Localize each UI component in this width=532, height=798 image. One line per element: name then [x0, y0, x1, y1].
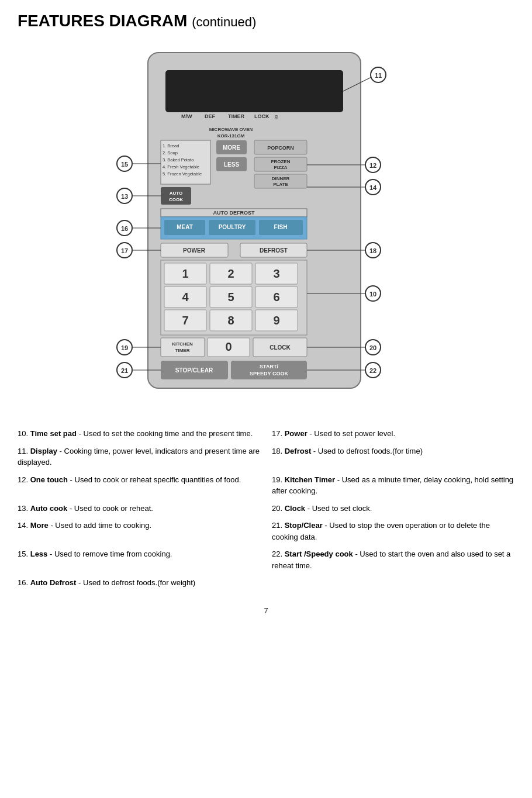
svg-rect-30 — [161, 209, 307, 217]
svg-point-90 — [117, 220, 132, 236]
svg-text:17: 17 — [121, 247, 128, 254]
desc-text-12: - Used to cook or reheat specific quanti… — [70, 475, 241, 484]
svg-rect-52 — [210, 286, 252, 308]
desc-num-19: 19. — [272, 475, 282, 484]
title-main: FEATURES DIAGRAM — [18, 12, 187, 30]
svg-rect-9 — [161, 140, 210, 184]
svg-text:AUTO DEFROST: AUTO DEFROST — [213, 210, 255, 216]
svg-rect-60 — [255, 310, 298, 331]
desc-row-10-17: 10. Time set pad - Used to set the cooki… — [18, 428, 514, 445]
svg-text:7: 7 — [182, 314, 188, 327]
microwave-container: M/W DEF TIMER LOCK g MICROWAVE OVEN KOR-… — [102, 42, 430, 405]
desc-text-18: - Used to defrost foods.(for time) — [313, 447, 423, 455]
svg-text:22: 22 — [369, 367, 376, 374]
svg-rect-15 — [216, 140, 247, 154]
descriptions-table: 10. Time set pad - Used to set the cooki… — [18, 428, 514, 595]
svg-rect-67 — [253, 338, 307, 357]
desc-num-17: 17. — [272, 429, 282, 438]
svg-text:POWER: POWER — [183, 247, 206, 254]
desc-col-right-empty — [266, 577, 514, 595]
svg-text:10: 10 — [369, 291, 376, 298]
desc-name-12: One touch — [30, 475, 68, 484]
desc-num-13: 13. — [18, 504, 28, 513]
desc-col-right-20: 20. Clock - Used to set clock. — [266, 503, 514, 520]
diagram-area: M/W DEF TIMER LOCK g MICROWAVE OVEN KOR-… — [18, 42, 514, 405]
desc-name-19: Kitchen Timer — [285, 475, 335, 484]
svg-text:14: 14 — [369, 184, 377, 191]
svg-rect-22 — [254, 140, 307, 154]
desc-text-17: - Used to set power level. — [309, 429, 395, 438]
svg-text:STOP/CLEAR: STOP/CLEAR — [175, 367, 213, 374]
svg-text:18: 18 — [369, 247, 376, 254]
desc-num-20: 20. — [272, 504, 282, 513]
desc-col-right-18: 18. Defrost - Used to defrost foods.(for… — [266, 445, 514, 474]
desc-num-18: 18. — [272, 447, 282, 455]
svg-rect-56 — [164, 310, 206, 331]
svg-rect-54 — [255, 286, 298, 308]
svg-text:PLATE: PLATE — [273, 182, 288, 187]
svg-text:1. Bread: 1. Bread — [163, 143, 179, 148]
svg-text:4: 4 — [182, 291, 189, 303]
svg-text:3: 3 — [273, 267, 279, 280]
svg-text:0: 0 — [225, 340, 232, 353]
svg-rect-27 — [254, 174, 307, 188]
svg-text:DINNER: DINNER — [272, 176, 290, 181]
svg-rect-62 — [161, 338, 205, 357]
svg-point-99 — [365, 286, 381, 301]
svg-rect-69 — [161, 361, 228, 379]
svg-text:LESS: LESS — [224, 161, 239, 168]
desc-text-15: - Used to remove time from cooking. — [50, 550, 172, 558]
svg-text:4. Fresh Vegetable: 4. Fresh Vegetable — [163, 164, 199, 170]
svg-rect-17 — [216, 157, 247, 171]
svg-text:FROZEN: FROZEN — [271, 159, 291, 164]
desc-num-21: 21. — [272, 521, 282, 530]
desc-name-20: Clock — [285, 504, 305, 513]
desc-row-15-22: 15. Less - Used to remove time from cook… — [18, 548, 514, 577]
desc-col-right-17: 17. Power - Used to set power level. — [266, 428, 514, 445]
desc-name-21: Stop/Clear — [285, 521, 323, 530]
desc-name-22: Start /Speedy cook — [285, 550, 353, 558]
desc-col-left-15: 15. Less - Used to remove time from cook… — [18, 548, 266, 577]
svg-line-74 — [343, 77, 371, 91]
desc-col-left-10: 10. Time set pad - Used to set the cooki… — [18, 428, 266, 445]
svg-text:KITCHEN: KITCHEN — [172, 341, 193, 347]
desc-text-10: - Used to set the cooking time and the p… — [79, 429, 253, 438]
svg-text:DEF: DEF — [205, 113, 216, 119]
desc-row-12-19: 12. One touch - Used to cook or reheat s… — [18, 474, 514, 503]
svg-rect-48 — [255, 263, 298, 284]
svg-text:SPEEDY COOK: SPEEDY COOK — [250, 371, 288, 376]
svg-rect-24 — [254, 157, 307, 171]
svg-text:START/: START/ — [260, 364, 278, 369]
desc-num-11: 11. — [18, 447, 28, 455]
svg-point-108 — [117, 362, 132, 378]
svg-rect-19 — [161, 187, 191, 205]
desc-col-right-21: 21. Stop/Clear - Used to stop the oven o… — [266, 520, 514, 548]
desc-row-14-21: 14. More - Used to add time to cooking. … — [18, 520, 514, 548]
svg-rect-1 — [165, 70, 343, 112]
svg-point-84 — [365, 157, 381, 172]
desc-name-14: More — [30, 521, 49, 530]
desc-name-11: Display — [30, 447, 57, 455]
desc-col-left-13: 13. Auto cook - Used to cook or reheat. — [18, 503, 266, 520]
svg-rect-37 — [259, 220, 303, 235]
svg-point-96 — [365, 243, 381, 258]
desc-num-15: 15. — [18, 550, 28, 558]
svg-text:CLOCK: CLOCK — [270, 344, 291, 351]
svg-rect-50 — [164, 286, 206, 308]
svg-text:PIZZA: PIZZA — [274, 165, 287, 170]
desc-text-13: - Used to cook or reheat. — [70, 504, 153, 513]
desc-row-11-18: 11. Display - Cooking time, power level,… — [18, 445, 514, 474]
desc-row-16: 16. Auto Defrost - Used to defrost foods… — [18, 577, 514, 595]
desc-col-right-22: 22. Start /Speedy cook - Used to start t… — [266, 548, 514, 577]
desc-col-left-11: 11. Display - Cooking time, power level,… — [18, 445, 266, 474]
desc-name-15: Less — [30, 550, 48, 558]
svg-rect-0 — [148, 53, 361, 388]
page-number: 7 — [18, 606, 514, 615]
svg-rect-71 — [231, 361, 307, 379]
title-subtitle: (continued) — [192, 15, 256, 29]
svg-rect-43 — [161, 260, 307, 335]
svg-text:2: 2 — [227, 267, 234, 280]
svg-text:FISH: FISH — [274, 224, 288, 230]
svg-point-81 — [117, 188, 132, 203]
svg-text:21: 21 — [121, 367, 128, 374]
